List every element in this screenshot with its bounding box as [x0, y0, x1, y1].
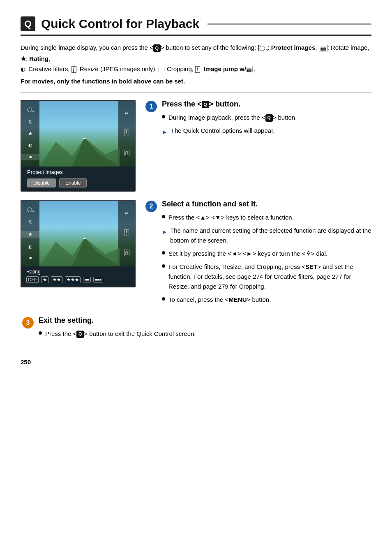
- camera-screen-1: ◯n ⎘ ★ ◐ ■ ↵ ⎛ ⎙: [21, 100, 136, 192]
- step-1-bullets: During image playback, press the <Q> but…: [162, 113, 371, 137]
- section-divider: [21, 92, 371, 93]
- page-number: 250: [21, 359, 371, 366]
- step-1-bullet-1-text: During image playback, press the <Q> but…: [168, 113, 297, 123]
- step-1-content-wrapper: 1 Press the <Q> button. During image pla…: [145, 100, 371, 140]
- step-3-content: Exit the setting. Press the <Q> button t…: [39, 316, 371, 342]
- bullet-dot-2-5: [162, 297, 165, 301]
- step-2-bullet-2: ► The name and current setting of the se…: [162, 226, 371, 245]
- step-2-b5-text: To cancel, press the <MENU> button.: [168, 295, 271, 305]
- cam-right-sidebar-1: ↵ ⎛ ⎙: [118, 101, 135, 167]
- camera-screen-inner-2: ◯n ⎘ ★ ◐ ■ ↵ ⎛ ⎙: [21, 201, 135, 287]
- cam-right-icon-3: ⎙: [124, 150, 129, 156]
- step-2-bullet-5: To cancel, press the <MENU> button.: [162, 295, 371, 305]
- cam-bottom-buttons-1: Disable Enable: [25, 178, 131, 189]
- step-1-circle: 1: [145, 101, 157, 112]
- step3-q-icon: Q: [76, 331, 84, 338]
- cam-icon-rotate: ⎘: [29, 120, 32, 124]
- cam-bottom-bar-1: Protect images Disable Enable: [21, 167, 135, 191]
- cam-left-sidebar-1: ◯n ⎘ ★ ◐ ■: [21, 101, 39, 167]
- step-2-b1-text: Press the <▲> <▼> keys to select a funct…: [168, 213, 294, 222]
- step-2-bullet-4: For Creative filters, Resize, and Croppi…: [162, 262, 371, 292]
- step-1-title: Press the <Q> button.: [162, 100, 371, 109]
- cam2-right-icon-2: ⎛: [124, 229, 129, 236]
- cam-bottom-bar-2: Rating OFF ★ ★★ ★★★ ■■ ■■■: [21, 266, 135, 287]
- step-1-number: 1: [145, 100, 157, 112]
- page-title-section: Q Quick Control for Playback: [21, 16, 371, 36]
- step-1-bullet-1: During image playback, press the <Q> but…: [162, 113, 371, 123]
- cam-icon-creative: ◐: [28, 143, 32, 148]
- cam-right-icon-1: ↵: [125, 111, 129, 116]
- cam2-right-icon-3: ⎙: [124, 250, 129, 256]
- bold-note: For movies, only the functions in bold a…: [21, 78, 371, 85]
- step-2-content-wrapper: 2 Select a function and set it. Press th…: [145, 200, 371, 308]
- step-3-bullets: Press the <Q> button to exit the Quick C…: [39, 329, 371, 339]
- bullet-dot-2-4: [162, 264, 165, 268]
- step-1-row: ◯n ⎘ ★ ◐ ■ ↵ ⎛ ⎙: [21, 100, 371, 192]
- bullet-dot-3-1: [39, 331, 42, 335]
- step-2-b2-text: The name and current setting of the sele…: [170, 226, 371, 245]
- step-1-bullet-2-text: The Quick Control options will appear.: [171, 126, 275, 136]
- camera-screen-inner-1: ◯n ⎘ ★ ◐ ■ ↵ ⎛ ⎙: [21, 101, 135, 191]
- step-3-bullet-1: Press the <Q> button to exit the Quick C…: [39, 329, 371, 339]
- rating-1: ★: [41, 276, 48, 283]
- bullet-dot-2-1: [162, 215, 165, 218]
- step-2-bullet-1: Press the <▲> <▼> keys to select a funct…: [162, 213, 371, 222]
- cam2-icon-creative: ◐: [28, 245, 32, 249]
- arrow-icon-1: ►: [162, 127, 168, 137]
- cam2-icon-protect: ◯n: [27, 207, 34, 213]
- cam2-icon-resize: ■: [29, 256, 32, 260]
- step-3-row: 3 Exit the setting. Press the <Q> button…: [21, 316, 371, 342]
- page-title: Quick Control for Playback: [41, 17, 199, 31]
- landscape-image-2: ◯n ⎘ ★ ◐ ■ ↵ ⎛ ⎙: [21, 201, 135, 266]
- q-button-inline: Q: [153, 44, 161, 52]
- step-1-bullet-2: ► The Quick Control options will appear.: [162, 126, 371, 137]
- mountain-svg-1: [39, 134, 120, 167]
- step-2-row: ◯n ⎘ ★ ◐ ■ ↵ ⎛ ⎙: [21, 200, 371, 308]
- step-2-title: Select a function and set it.: [162, 200, 371, 208]
- cam-rating-row: Rating: [25, 268, 131, 275]
- rating-label: Rating: [26, 269, 41, 275]
- cam-protect-label: Protect images: [25, 168, 131, 176]
- cam-left-sidebar-2: ◯n ⎘ ★ ◐ ■: [21, 201, 39, 266]
- cam-icon-protect: ◯n: [27, 107, 34, 113]
- step-3-b1-text: Press the <Q> button to exit the Quick C…: [45, 329, 196, 339]
- step1-q-inline: Q: [265, 114, 273, 122]
- step-1-content: Press the <Q> button. During image playb…: [162, 100, 371, 140]
- camera-screen-2: ◯n ⎘ ★ ◐ ■ ↵ ⎛ ⎙: [21, 200, 136, 287]
- mountain-svg-2: [39, 234, 120, 266]
- cam2-icon-rotate: ⎘: [29, 220, 32, 224]
- bullet-dot-1: [162, 115, 165, 118]
- landscape-image-1: ◯n ⎘ ★ ◐ ■ ↵ ⎛ ⎙: [21, 101, 135, 167]
- cam-icon-rating: ★: [28, 131, 33, 136]
- bullet-dot-2-3: [162, 251, 165, 255]
- cam-rating-icons-row: OFF ★ ★★ ★★★ ■■ ■■■: [25, 275, 131, 285]
- step-2-bullets: Press the <▲> <▼> keys to select a funct…: [162, 213, 371, 305]
- steps-container: ◯n ⎘ ★ ◐ ■ ↵ ⎛ ⎙: [21, 100, 371, 342]
- step-2-content: Select a function and set it. Press the …: [162, 200, 371, 308]
- rating-3: ★★★: [65, 276, 81, 283]
- cam2-right-icon-1: ↵: [125, 211, 129, 216]
- step-3-title: Exit the setting.: [39, 316, 371, 325]
- rating-off: OFF: [26, 276, 39, 283]
- step-2-bullet-3: Set it by pressing the <◄> <►> keys or t…: [162, 249, 371, 259]
- step-2-b4-text: For Creative filters, Resize, and Croppi…: [168, 262, 371, 292]
- rating-5: ■■■: [93, 277, 103, 282]
- q-icon: Q: [21, 16, 35, 31]
- cam2-icon-rating-selected: ★: [21, 231, 39, 238]
- intro-paragraph: During single-image display, you can pre…: [21, 42, 371, 74]
- cam-right-sidebar-2: ↵ ⎛ ⎙: [118, 201, 135, 266]
- title-underline: [208, 23, 371, 25]
- arrow-icon-2-1: ►: [162, 227, 167, 236]
- step-3-circle: 3: [22, 317, 34, 329]
- rating-4: ■■: [83, 277, 91, 282]
- step-2-b3-text: Set it by pressing the <◄> <►> keys or t…: [168, 249, 327, 259]
- step1-q-icon: Q: [202, 101, 209, 108]
- cam-btn-enable[interactable]: Enable: [59, 178, 87, 187]
- step-2-circle: 2: [145, 201, 157, 212]
- cam-icon-resize-selected: ■: [21, 154, 39, 160]
- step-2-number: 2: [145, 200, 157, 212]
- rating-2: ★★: [51, 276, 62, 283]
- cam-right-icon-2: ⎛: [124, 130, 129, 136]
- cam-btn-disable[interactable]: Disable: [27, 178, 56, 187]
- step-3-number: 3: [22, 316, 34, 329]
